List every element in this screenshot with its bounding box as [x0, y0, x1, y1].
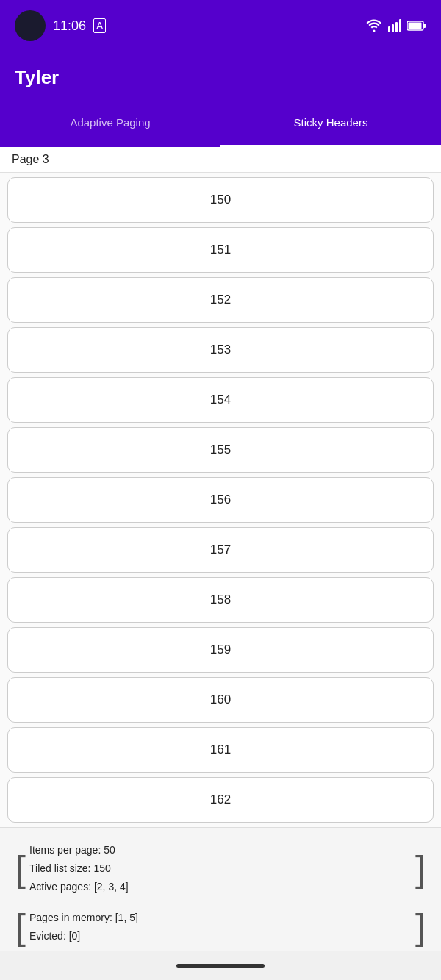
wifi-icon [366, 19, 382, 32]
list-item-value: 153 [210, 343, 231, 357]
signal-icon [388, 19, 401, 32]
svg-rect-2 [395, 22, 398, 32]
list-item: 156 [7, 477, 434, 523]
list-item: 158 [7, 577, 434, 623]
footer-info-panel: [ Items per page: 50 Tiled list size: 15… [0, 827, 441, 951]
list-item-value: 156 [210, 493, 231, 507]
list-item: 155 [7, 427, 434, 473]
list-item-value: 158 [210, 593, 231, 607]
status-time: 11:06 [53, 18, 86, 34]
list-item-value: 150 [210, 193, 231, 207]
tab-adaptive-paging[interactable]: Adaptive Paging [0, 103, 220, 147]
battery-icon [407, 21, 426, 31]
status-bar: 11:06 A [0, 0, 441, 51]
list-item: 159 [7, 627, 434, 673]
list-item-value: 162 [210, 793, 231, 807]
list-item-value: 159 [210, 643, 231, 657]
svg-rect-3 [399, 19, 401, 32]
list-item-value: 161 [210, 743, 231, 757]
tab-sticky-headers[interactable]: Sticky Headers [220, 103, 441, 147]
sticky-page-header: Page 3 [0, 147, 441, 173]
list-item: 153 [7, 327, 434, 373]
pages-in-memory: Pages in memory: [1, 5] [29, 909, 412, 927]
svg-rect-5 [409, 23, 422, 29]
avatar [15, 10, 46, 41]
tab-bar: Adaptive Paging Sticky Headers [0, 103, 441, 147]
list-item: 157 [7, 527, 434, 573]
footer-text-2: Pages in memory: [1, 5] Evicted: [0] [29, 903, 412, 951]
app-bar: Tyler [0, 51, 441, 103]
list-item: 150 [7, 177, 434, 223]
active-pages: Active pages: [2, 3, 4] [29, 878, 412, 896]
items-per-page: Items per page: 50 [29, 841, 412, 859]
list-item-value: 154 [210, 393, 231, 407]
list-item-value: 160 [210, 693, 231, 707]
list-item-value: 152 [210, 293, 231, 307]
bracket-right: ] [412, 835, 429, 903]
bracket-left: [ [12, 835, 29, 903]
list-item-value: 157 [210, 543, 231, 557]
bracket-left-2: [ [12, 903, 29, 951]
status-indicator: A [93, 18, 106, 33]
list-item: 162 [7, 777, 434, 823]
home-indicator [176, 964, 265, 968]
bracket-right-2: ] [412, 903, 429, 951]
list-item: 154 [7, 377, 434, 423]
list-item-value: 155 [210, 443, 231, 457]
svg-rect-0 [388, 26, 390, 32]
list-item: 160 [7, 677, 434, 723]
content-area[interactable]: Page 3 150 151 152 153 154 155 156 157 1… [0, 147, 441, 951]
footer-text: Items per page: 50 Tiled list size: 150 … [29, 835, 412, 903]
list-item: 152 [7, 277, 434, 323]
bottom-bar [0, 951, 441, 980]
svg-rect-6 [423, 24, 426, 28]
page-header-label: Page 3 [12, 153, 49, 165]
list-item: 151 [7, 227, 434, 273]
tiled-list-size: Tiled list size: 150 [29, 859, 412, 878]
status-bar-right [366, 19, 426, 32]
status-bar-left: 11:06 A [15, 10, 106, 41]
list-item: 161 [7, 727, 434, 773]
tab-adaptive-paging-label: Adaptive Paging [70, 116, 150, 129]
evicted: Evicted: [0] [29, 927, 412, 945]
app-title: Tyler [15, 66, 59, 89]
tab-sticky-headers-label: Sticky Headers [294, 116, 368, 129]
list-item-value: 151 [210, 243, 231, 257]
svg-rect-1 [392, 24, 394, 32]
